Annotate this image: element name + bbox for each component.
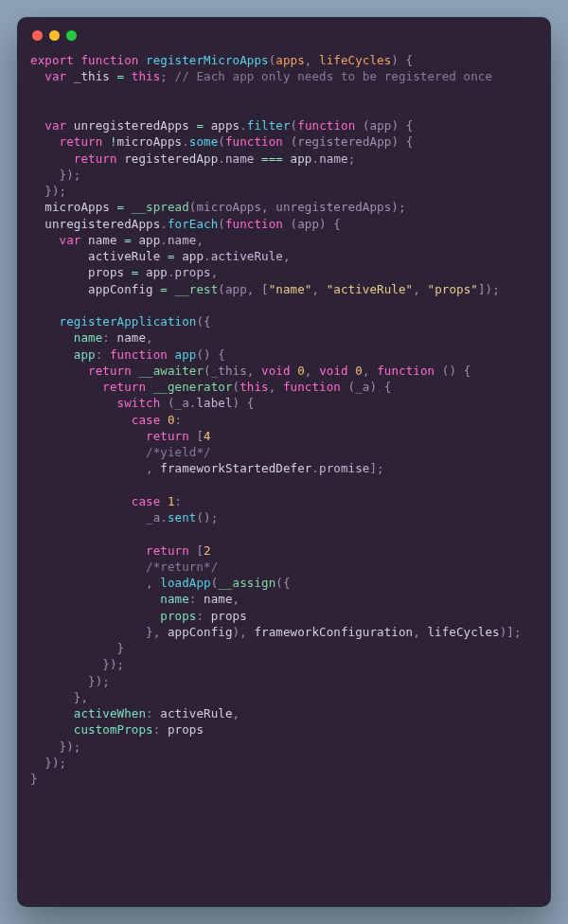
code-block: export function registerMicroApps(apps, … — [30, 52, 538, 787]
fn-registerMicroApps: registerMicroApps — [146, 53, 269, 67]
comment-registered-once: // Each app only needs to be registered … — [175, 69, 493, 83]
kw-export-function: export function — [30, 53, 146, 67]
zoom-icon[interactable] — [66, 30, 77, 41]
param-apps: apps — [275, 53, 305, 67]
minimize-icon[interactable] — [49, 30, 60, 41]
close-icon[interactable] — [32, 30, 43, 41]
code-window: export function registerMicroApps(apps, … — [17, 17, 551, 907]
window-titlebar — [30, 28, 538, 52]
param-lifeCycles: lifeCycles — [319, 53, 391, 67]
